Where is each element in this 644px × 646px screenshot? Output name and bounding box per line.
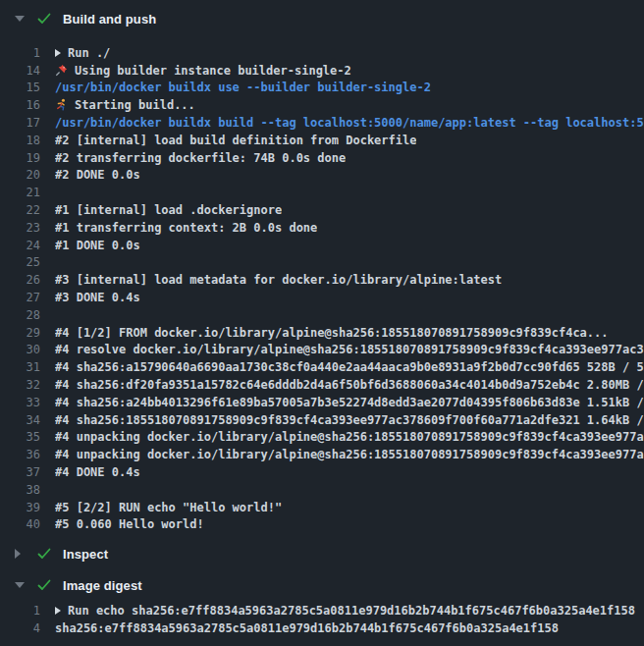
line-text: #4 DONE 0.4s: [55, 465, 140, 479]
line-number[interactable]: 36: [0, 448, 40, 461]
line-number[interactable]: 15: [0, 81, 40, 94]
line-text-content: #2 [internal] load build definition from…: [55, 134, 416, 147]
check-icon: [36, 546, 52, 562]
line-number[interactable]: 26: [0, 273, 40, 287]
section-header-inspect[interactable]: Inspect: [0, 543, 644, 565]
line-text: #3 [internal] load metadata for docker.i…: [55, 273, 502, 287]
log-line: 18#2 [internal] load build definition fr…: [0, 132, 644, 149]
line-number[interactable]: 17: [0, 116, 40, 130]
line-text: /usr/bin/docker buildx use --builder bui…: [55, 81, 431, 94]
line-text: #4 resolve docker.io/library/alpine@sha2…: [55, 343, 644, 356]
line-text-content: sha256:e7ff8834a5963a2785c5a0811e979d16b…: [55, 621, 559, 635]
log-line: 28: [0, 306, 644, 324]
log-line: 23#1 transferring context: 2B 0.0s done: [0, 219, 644, 237]
line-text-content: #4 DONE 0.4s: [55, 465, 140, 479]
line-number[interactable]: 21: [0, 186, 40, 199]
log-group-toggle[interactable]: 1Run echo sha256:e7ff8834a5963a2785c5a08…: [0, 602, 644, 619]
line-text: #1 transferring context: 2B 0.0s done: [55, 221, 317, 235]
line-text: #4 unpacking docker.io/library/alpine@sh…: [55, 448, 644, 461]
line-text: sha256:e7ff8834a5963a2785c5a0811e979d16b…: [55, 621, 559, 635]
check-icon: [36, 11, 52, 27]
log-section-image-digest: Image digest1Run echo sha256:e7ff8834a59…: [0, 574, 644, 637]
line-number[interactable]: 22: [0, 203, 40, 217]
log-line: 38: [0, 481, 644, 499]
line-text-content: #4 sha256:185518070891758909c9f839cf4ca3…: [55, 413, 644, 427]
section-log-lines: 1Run echo sha256:e7ff8834a5963a2785c5a08…: [0, 602, 644, 637]
line-number[interactable]: 40: [0, 517, 40, 531]
line-number[interactable]: 20: [0, 168, 40, 182]
log-line: 33#4 sha256:a24bb4013296f61e89ba57005a7b…: [0, 394, 644, 411]
log-line: 29#4 [1/2] FROM docker.io/library/alpine…: [0, 324, 644, 342]
line-number[interactable]: 27: [0, 291, 40, 304]
log-line: 27#3 DONE 0.4s: [0, 289, 644, 306]
line-number[interactable]: 39: [0, 501, 40, 514]
log-line: 20#2 DONE 0.0s: [0, 167, 644, 185]
section-title: Build and push: [63, 12, 156, 27]
log-line: 32#4 sha256:df20fa9351a15782c64e6dddb2d4…: [0, 376, 644, 394]
line-number[interactable]: 34: [0, 413, 40, 427]
log-line: 30#4 resolve docker.io/library/alpine@sh…: [0, 342, 644, 359]
chevron-right-icon: [15, 549, 27, 559]
line-text-content: #2 DONE 0.0s: [55, 168, 140, 182]
section-header-build-and-push[interactable]: Build and push: [0, 8, 644, 29]
line-number[interactable]: 16: [0, 98, 40, 112]
line-number[interactable]: 30: [0, 343, 40, 356]
line-text: #4 sha256:df20fa9351a15782c64e6dddb2d4a6…: [55, 378, 644, 392]
line-text-content: Starting build...: [75, 98, 195, 112]
line-number[interactable]: 1: [0, 46, 40, 60]
log-line: 24#1 DONE 0.0s: [0, 237, 644, 254]
line-text-content: #4 [1/2] FROM docker.io/library/alpine@s…: [55, 326, 609, 340]
log-group-toggle[interactable]: 1Run ./: [0, 44, 644, 62]
log-line: 22#1 [internal] load .dockerignore: [0, 201, 644, 219]
line-text: Run echo sha256:e7ff8834a5963a2785c5a081…: [55, 604, 635, 618]
log-line: 31#4 sha256:a15790640a6690aa1730c38cf0a4…: [0, 358, 644, 376]
line-number[interactable]: 37: [0, 465, 40, 479]
line-number[interactable]: 29: [0, 326, 40, 340]
check-icon: [36, 577, 52, 593]
log-line: 37#4 DONE 0.4s: [0, 463, 644, 481]
log-line: 25: [0, 254, 644, 272]
line-text: #2 [internal] load build definition from…: [55, 134, 416, 147]
line-text-content: #4 unpacking docker.io/library/alpine@sh…: [55, 430, 644, 444]
log-line: 36#4 unpacking docker.io/library/alpine@…: [0, 446, 644, 463]
line-number[interactable]: 4: [0, 621, 40, 635]
log-section-build-and-push: Build and push1Run ./14Using builder ins…: [0, 8, 644, 533]
line-text-content: #1 transferring context: 2B 0.0s done: [55, 221, 317, 235]
line-text: Starting build...: [55, 98, 195, 112]
section-header-image-digest[interactable]: Image digest: [0, 574, 644, 596]
log-line: 19#2 transferring dockerfile: 74B 0.0s d…: [0, 149, 644, 167]
line-text-content: #5 [2/2] RUN echo "Hello world!": [55, 501, 282, 514]
chevron-down-icon: [15, 582, 27, 588]
line-number[interactable]: 38: [0, 483, 40, 497]
log-line: 26#3 [internal] load metadata for docker…: [0, 271, 644, 289]
line-number[interactable]: 1: [0, 604, 40, 618]
line-number[interactable]: 25: [0, 255, 40, 269]
line-text: #4 sha256:185518070891758909c9f839cf4ca3…: [55, 413, 644, 427]
play-icon: [55, 607, 61, 615]
workflow-log-viewer: Build and push1Run ./14Using builder ins…: [0, 0, 644, 646]
log-line: 16Starting build...: [0, 96, 644, 114]
line-text-content: #4 sha256:a24bb4013296f61e89ba57005a7b3e…: [55, 396, 644, 409]
line-number[interactable]: 32: [0, 378, 40, 392]
line-text: #2 transferring dockerfile: 74B 0.0s don…: [55, 151, 346, 165]
line-number[interactable]: 19: [0, 151, 40, 165]
line-text-content: #4 sha256:df20fa9351a15782c64e6dddb2d4a6…: [55, 378, 644, 392]
line-text-content: Run ./: [68, 46, 110, 60]
line-number[interactable]: 31: [0, 360, 40, 374]
line-number[interactable]: 28: [0, 308, 40, 322]
line-number[interactable]: 24: [0, 239, 40, 252]
line-text-content: #4 unpacking docker.io/library/alpine@sh…: [55, 448, 644, 461]
line-number[interactable]: 35: [0, 430, 40, 444]
log-line: 21: [0, 184, 644, 201]
line-text-content: /usr/bin/docker buildx build --tag local…: [55, 116, 644, 130]
line-number[interactable]: 18: [0, 134, 40, 147]
log-section-inspect: Inspect: [0, 543, 644, 565]
section-log-lines: 1Run ./14Using builder instance builder-…: [0, 44, 644, 533]
line-number[interactable]: 23: [0, 221, 40, 235]
line-number[interactable]: 14: [0, 64, 40, 78]
runner-icon: [55, 98, 68, 111]
line-text: #2 DONE 0.0s: [55, 168, 140, 182]
log-line: 34#4 sha256:185518070891758909c9f839cf4c…: [0, 411, 644, 429]
line-number[interactable]: 33: [0, 396, 40, 409]
line-text-content: #3 DONE 0.4s: [55, 291, 140, 304]
